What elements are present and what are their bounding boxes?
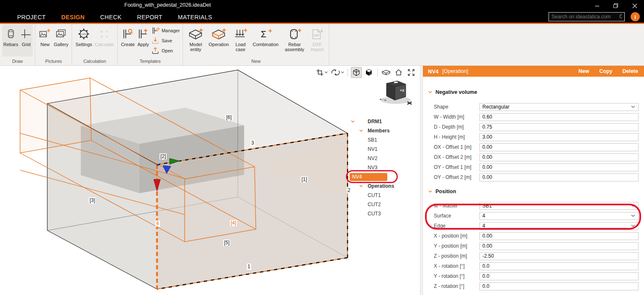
tab-materials[interactable]: MATERIALS — [177, 11, 214, 23]
fit-view-button[interactable] — [406, 67, 417, 78]
dropdown-value: 4 — [480, 213, 631, 219]
template-create-icon — [122, 26, 134, 42]
rebar-assembly-button[interactable]: Rebar assembly — [281, 25, 307, 53]
svg-text:</>: </> — [81, 32, 86, 36]
tree-item-members[interactable]: Members — [350, 126, 419, 135]
toolbar-separator — [377, 68, 378, 77]
oy-offset-2-input[interactable] — [480, 174, 638, 180]
tree-label: CUT3 — [368, 211, 381, 217]
z-rotation-input[interactable] — [480, 283, 638, 289]
maximize-button[interactable] — [606, 0, 625, 11]
template-create-button[interactable]: Create — [120, 25, 136, 48]
row-y-rotation: Y - rotation [°] — [428, 271, 639, 281]
tree-label: Operations — [368, 183, 394, 189]
picture-new-icon — [39, 26, 51, 42]
face-label-5: [5] — [223, 240, 230, 246]
picture-new-button[interactable]: New — [37, 25, 52, 48]
tab-design[interactable]: DESIGN — [60, 11, 86, 23]
tree-item-operations[interactable]: Operations — [350, 181, 419, 191]
grid-button[interactable]: Grid — [19, 25, 33, 57]
section-negative-volume[interactable]: Negative volume — [428, 87, 639, 98]
tree-item-cut2[interactable]: CUT2 — [350, 200, 419, 209]
master-dropdown[interactable]: SB1 — [479, 202, 639, 210]
operation-button[interactable]: Operation — [206, 25, 231, 48]
gallery-label: Gallery — [54, 42, 68, 47]
edge-dropdown[interactable]: 4 — [479, 222, 639, 230]
template-open-button[interactable]: Open — [150, 46, 180, 56]
z-position-input[interactable] — [480, 253, 638, 259]
depth-input[interactable] — [480, 124, 638, 130]
template-apply-icon — [137, 26, 149, 42]
wireframe-view-button[interactable] — [351, 67, 362, 78]
info-button[interactable]: i — [631, 12, 640, 21]
settings-button[interactable]: </> Settings — [74, 25, 93, 48]
tree-item-cut1[interactable]: CUT1 — [350, 191, 419, 200]
tab-project[interactable]: PROJECT — [16, 11, 47, 23]
clipped-view-button[interactable] — [381, 67, 392, 78]
template-manager-button[interactable]: Manager — [150, 26, 180, 36]
dxf-import-button: DXF DXF Import — [307, 25, 327, 53]
tab-check[interactable]: CHECK — [99, 11, 123, 23]
operation-label: Operation — [209, 42, 229, 47]
gallery-button[interactable]: Gallery — [52, 25, 70, 48]
solid-view-button[interactable] — [363, 67, 374, 78]
tree-item-nv4-selected[interactable]: NV4 — [350, 172, 419, 181]
x-position-input[interactable] — [480, 233, 638, 239]
chevron-down-icon — [359, 185, 363, 187]
copy-button[interactable]: Copy — [599, 68, 612, 74]
delete-button[interactable]: Delete — [622, 68, 638, 74]
rebars-button[interactable]: Rebars — [2, 25, 19, 57]
load-case-button[interactable]: Load case — [231, 25, 250, 53]
grid-label: Grid — [22, 42, 31, 47]
y-rotation-input[interactable] — [480, 273, 638, 279]
canvas-panel-divider[interactable] — [420, 66, 423, 295]
height-input[interactable] — [480, 134, 638, 140]
tree-label: DRM1 — [368, 119, 382, 124]
home-view-button[interactable] — [393, 67, 404, 78]
search-input[interactable] — [549, 14, 619, 20]
field-label: Z - rotation [°] — [428, 283, 479, 289]
chevron-down-icon — [428, 190, 432, 193]
tree-item-sb1[interactable]: SB1 — [350, 135, 419, 145]
ox-offset-1-input[interactable] — [480, 144, 638, 150]
template-save-button[interactable]: Save — [150, 36, 180, 46]
tree-item-cut3[interactable]: CUT3 — [350, 209, 419, 218]
tree-item-nv2[interactable]: NV2 — [350, 154, 419, 163]
template-apply-button[interactable]: Apply — [136, 25, 150, 48]
zoom-window-button[interactable] — [314, 67, 329, 78]
row-z-position: Z - position [m] — [428, 251, 639, 261]
width-input[interactable] — [480, 114, 638, 120]
search-box[interactable] — [549, 12, 625, 21]
tree-item-nv1[interactable]: NV1 — [350, 145, 419, 154]
rebar-assembly-label: Rebar assembly — [283, 42, 306, 52]
row-oy-offset-1: OY - Offset 1 [m] — [428, 162, 639, 172]
tab-report[interactable]: REPORT — [136, 11, 164, 23]
tree-item-drm1[interactable]: DRM1 — [350, 117, 419, 126]
home-icon — [394, 68, 403, 77]
tree-item-nv3[interactable]: NV3 — [350, 163, 419, 172]
new-button[interactable]: New — [579, 68, 590, 74]
chevron-down-icon — [631, 106, 635, 108]
ox-offset-2-input[interactable] — [480, 154, 638, 160]
y-position-input[interactable] — [480, 243, 638, 249]
viewport-canvas[interactable]: [1] [2] [3] [4] [5] [6] 1 2 3 4 — [0, 66, 420, 295]
search-icon — [619, 14, 622, 20]
x-rotation-input[interactable] — [480, 263, 638, 269]
toolbar-separator — [348, 68, 348, 77]
combination-button[interactable]: Σ Combination — [250, 25, 281, 48]
selected-object-type: [Operation] — [442, 68, 468, 74]
close-button[interactable] — [625, 0, 644, 11]
oy-offset-1-input[interactable] — [480, 164, 638, 170]
section-position[interactable]: Position — [428, 186, 639, 197]
surface-dropdown[interactable]: 4 — [479, 212, 639, 220]
settings-gear-icon: </> — [77, 26, 90, 42]
rebars-icon — [5, 26, 16, 42]
rotate-view-button[interactable] — [330, 67, 345, 78]
shape-dropdown[interactable]: Rectangular — [479, 103, 639, 111]
model-entity-button[interactable]: Model entity — [185, 25, 206, 53]
minimize-button[interactable] — [587, 0, 606, 11]
dxf-import-icon: DXF — [310, 26, 324, 42]
properties-panel: NV4 [Operation] New Copy Delete Negative… — [423, 66, 644, 295]
view-cube[interactable]: +X — [378, 78, 414, 109]
model-entity-label: Model entity — [186, 42, 205, 52]
